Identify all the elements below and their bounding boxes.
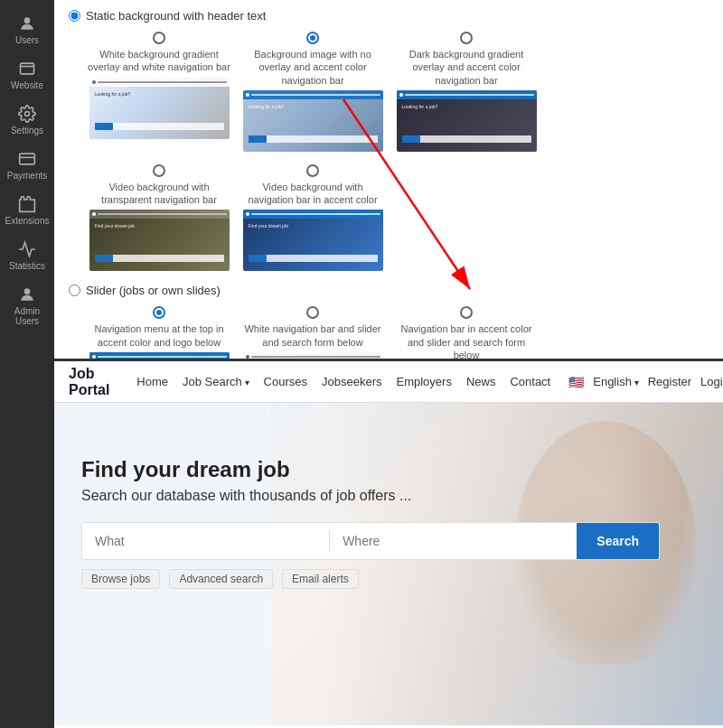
slider-label: Slider (jobs or own slides) [86, 284, 221, 297]
portal-nav-language[interactable]: English [593, 375, 638, 388]
search-where-input[interactable] [330, 523, 577, 559]
portal-nav-login[interactable]: Login [700, 375, 723, 388]
preview-label-white: White background gradient overlay and wh… [87, 48, 231, 74]
static-bg-radio[interactable] [69, 10, 80, 22]
preview-label-nav-accent: Navigation menu at the top in accent col… [87, 322, 231, 349]
portal-nav-links: Home Job Search Courses Jobseekers Emplo… [136, 375, 550, 388]
admin-users-icon [18, 285, 36, 303]
preview-item-bgimg[interactable]: Background image with no overlay and acc… [240, 32, 385, 152]
sidebar-item-label: Users [15, 35, 39, 45]
preview-item-white[interactable]: White background gradient overlay and wh… [87, 32, 231, 152]
preview-item-nav-accent-slider[interactable]: Navigation bar in accent color and slide… [394, 306, 539, 361]
portal-hero: Find your dream job Search our database … [54, 403, 723, 725]
preview-item-dark[interactable]: Dark background gradient overlay and acc… [394, 32, 539, 152]
hero-content: Find your dream job Search our database … [81, 457, 660, 589]
thumb-search [95, 123, 224, 130]
portal-nav-employers[interactable]: Employers [396, 375, 451, 388]
radio-dot-nav-accent [153, 306, 165, 319]
sidebar-item-admin-users[interactable]: Admin Users [0, 278, 54, 333]
sidebar-item-label: Settings [11, 126, 43, 135]
users-icon [18, 14, 36, 33]
hero-title: Find your dream job [81, 457, 660, 482]
sidebar-item-label: Payments [7, 171, 47, 181]
sidebar-item-website[interactable]: Website [0, 52, 54, 98]
preview-thumb-bgimg: Looking for a job? [243, 90, 383, 152]
preview-label-bgimg: Background image with no overlay and acc… [240, 48, 385, 87]
portal-nav-news[interactable]: News [466, 375, 496, 388]
portal-nav-home[interactable]: Home [136, 375, 168, 388]
preview-thumb-video-trans: Find your dream job [89, 210, 230, 271]
thumb-nav-video-trans [89, 210, 230, 219]
thumb-nav [243, 352, 383, 361]
thumb-text: Looking for a job? [402, 104, 438, 110]
search-what-input[interactable] [82, 523, 329, 559]
preview-grid-row1: White background gradient overlay and wh… [69, 32, 709, 152]
thumb-nav-video-accent [243, 210, 383, 219]
thumb-text: Looking for a job? [249, 104, 285, 110]
radio-dot-dark [460, 32, 473, 44]
portal-nav-contact[interactable]: Contact [510, 375, 550, 388]
svg-point-0 [24, 17, 31, 23]
thumb-search [402, 135, 531, 143]
slider-radio[interactable] [69, 285, 80, 296]
statistics-icon [18, 240, 36, 258]
radio-dot-nav-accent-slider [460, 306, 473, 319]
preview-label-white-slider: White navigation bar and slider and sear… [240, 322, 385, 349]
extensions-icon [18, 195, 36, 213]
svg-rect-4 [20, 154, 35, 164]
thumb-text: Find your dream job [95, 223, 135, 229]
sidebar-item-payments[interactable]: Payments [0, 143, 54, 188]
search-bar: Search [81, 522, 660, 560]
preview-label-dark: Dark background gradient overlay and acc… [394, 48, 539, 87]
preview-label-video-trans: Video background with transparent naviga… [87, 181, 231, 207]
search-button[interactable]: Search [577, 523, 659, 559]
main-content: Static background with header text White… [54, 0, 723, 728]
preview-thumb-dark: Looking for a job? [397, 90, 537, 152]
radio-dot-white-slider [306, 306, 319, 319]
portal-nav-courses[interactable]: Courses [264, 375, 307, 388]
portal-nav-job-search[interactable]: Job Search [183, 375, 249, 388]
radio-dot-video-accent [306, 164, 319, 177]
preview-thumb-video-accent: Find your dream job [243, 210, 383, 271]
radio-dot-white [153, 32, 165, 44]
radio-dot-video-trans [153, 164, 165, 177]
thumb-text: Looking for a job? [95, 91, 131, 98]
preview-item-video-trans[interactable]: Video background with transparent naviga… [87, 164, 231, 272]
preview-item-nav-accent[interactable]: Navigation menu at the top in accent col… [87, 306, 231, 361]
sidebar-item-statistics[interactable]: Statistics [0, 233, 54, 278]
preview-thumb-white-slider: Find your dream job [243, 352, 383, 361]
portal-section: Job Portal Home Job Search Courses Jobse… [54, 361, 723, 728]
slider-option-row: Slider (jobs or own slides) [69, 284, 709, 297]
browse-jobs-link[interactable]: Browse jobs [81, 569, 160, 589]
preview-grid-row3: Navigation menu at the top in accent col… [69, 306, 709, 361]
thumb-search [249, 255, 378, 262]
preview-label-video-accent: Video background with navigation bar in … [240, 181, 385, 207]
thumb-search [95, 255, 224, 262]
advanced-search-link[interactable]: Advanced search [169, 569, 273, 589]
preview-item-white-slider[interactable]: White navigation bar and slider and sear… [240, 306, 385, 361]
sidebar-item-settings[interactable]: Settings [0, 98, 54, 143]
top-panel: Static background with header text White… [54, 0, 723, 361]
preview-thumb-nav-accent: Find your dream job [89, 352, 230, 361]
search-links: Browse jobs Advanced search Email alerts [81, 569, 660, 589]
portal-nav-right: 🇺🇸 English Register Login [568, 375, 723, 389]
preview-label-nav-accent-slider: Navigation bar in accent color and slide… [394, 322, 539, 361]
static-bg-option-row: Static background with header text [69, 9, 709, 23]
portal-nav: Job Portal Home Job Search Courses Jobse… [54, 361, 723, 403]
thumb-nav [89, 352, 230, 361]
sidebar-item-label: Extensions [5, 216, 50, 226]
sidebar-item-extensions[interactable]: Extensions [0, 188, 54, 233]
svg-point-3 [25, 112, 30, 117]
svg-rect-1 [21, 63, 34, 74]
thumb-search [249, 135, 378, 143]
flag-icon: 🇺🇸 [568, 375, 584, 389]
email-alerts-link[interactable]: Email alerts [282, 569, 359, 589]
radio-dot-bgimg [306, 32, 319, 44]
portal-logo: Job Portal [69, 366, 109, 398]
portal-nav-register[interactable]: Register [648, 375, 691, 388]
portal-nav-jobseekers[interactable]: Jobseekers [322, 375, 381, 388]
payments-icon [18, 150, 36, 168]
preview-item-video-accent[interactable]: Video background with navigation bar in … [240, 164, 385, 272]
sidebar-item-users[interactable]: Users [0, 7, 54, 52]
sidebar-item-label: Website [11, 80, 43, 90]
